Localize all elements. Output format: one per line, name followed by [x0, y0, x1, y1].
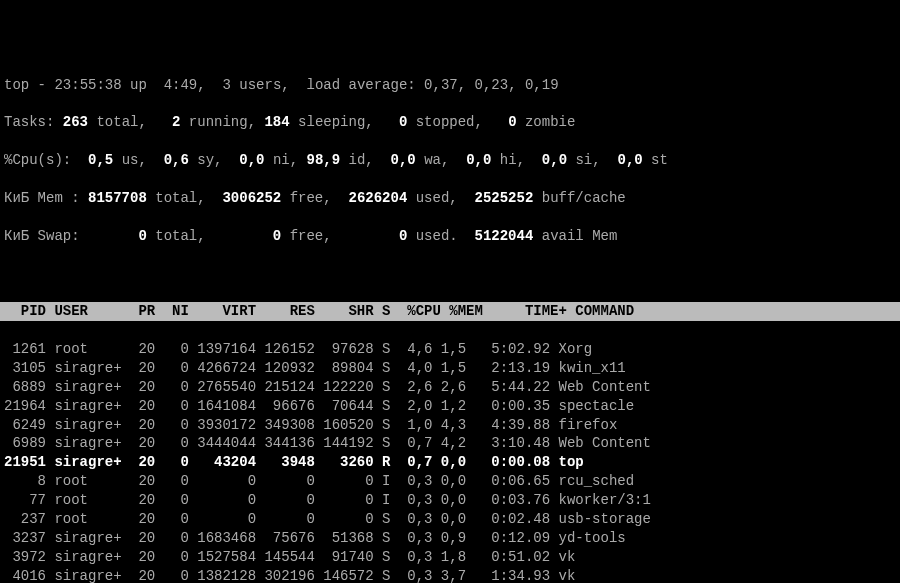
table-row[interactable]: 1261 root 20 0 1397164 126152 97628 S 4,…	[0, 340, 900, 359]
table-row[interactable]: 3237 siragre+ 20 0 1683468 75676 51368 S…	[0, 529, 900, 548]
summary-line-2: Tasks: 263 total, 2 running, 184 sleepin…	[0, 113, 900, 132]
summary-line-4: КиБ Mem : 8157708 total, 3006252 free, 2…	[0, 189, 900, 208]
table-row[interactable]: 21951 siragre+ 20 0 43204 3948 3260 R 0,…	[0, 453, 900, 472]
table-row[interactable]: 237 root 20 0 0 0 0 S 0,3 0,0 0:02.48 us…	[0, 510, 900, 529]
columns-header[interactable]: PID USER PR NI VIRT RES SHR S %CPU %MEM …	[0, 302, 900, 321]
table-row[interactable]: 3972 siragre+ 20 0 1527584 145544 91740 …	[0, 548, 900, 567]
table-row[interactable]: 4016 siragre+ 20 0 1382128 302196 146572…	[0, 567, 900, 583]
table-row[interactable]: 6989 siragre+ 20 0 3444044 344136 144192…	[0, 434, 900, 453]
table-row[interactable]: 8 root 20 0 0 0 0 I 0,3 0,0 0:06.65 rcu_…	[0, 472, 900, 491]
process-list[interactable]: 1261 root 20 0 1397164 126152 97628 S 4,…	[0, 340, 900, 583]
summary-line-1: top - 23:55:38 up 4:49, 3 users, load av…	[0, 76, 900, 95]
table-row[interactable]: 6889 siragre+ 20 0 2765540 215124 122220…	[0, 378, 900, 397]
summary-line-5: КиБ Swap: 0 total, 0 free, 0 used. 51220…	[0, 227, 900, 246]
table-row[interactable]: 6249 siragre+ 20 0 3930172 349308 160520…	[0, 416, 900, 435]
summary-line-3: %Cpu(s): 0,5 us, 0,6 sy, 0,0 ni, 98,9 id…	[0, 151, 900, 170]
blank-line	[0, 264, 900, 283]
table-row[interactable]: 3105 siragre+ 20 0 4266724 120932 89804 …	[0, 359, 900, 378]
table-row[interactable]: 21964 siragre+ 20 0 1641084 96676 70644 …	[0, 397, 900, 416]
table-row[interactable]: 77 root 20 0 0 0 0 I 0,3 0,0 0:03.76 kwo…	[0, 491, 900, 510]
